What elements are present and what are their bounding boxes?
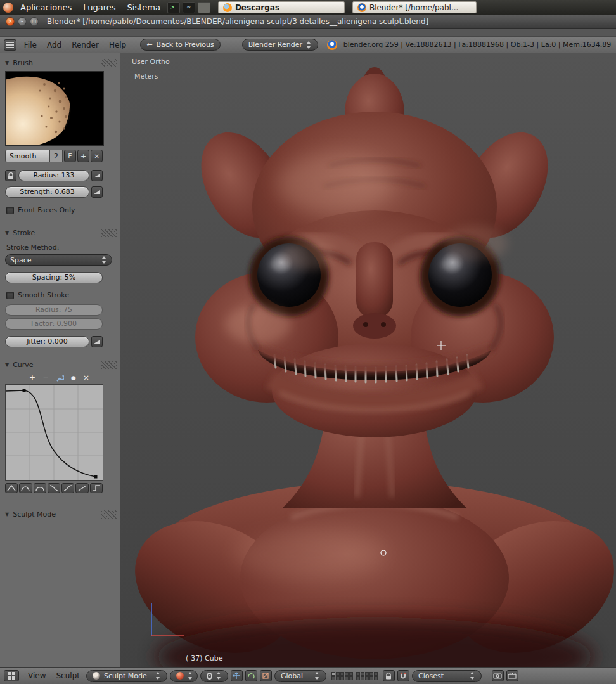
scale-box-icon [262, 672, 269, 680]
menu-aplicaciones[interactable]: Aplicaciones [16, 2, 76, 13]
curve-preset-sphere-button[interactable] [48, 483, 60, 493]
smooth-stroke-row: Smooth Stroke [6, 291, 112, 299]
clipping-circle-icon[interactable]: ● [71, 374, 76, 382]
add-brush-button[interactable]: + [77, 150, 89, 162]
brush-radius-slider[interactable]: Radius: 133 [18, 170, 89, 181]
rotate-arc-icon [247, 672, 255, 680]
manipulator-translate-toggle[interactable] [231, 670, 243, 681]
curve-toolbar: + − ● × [0, 373, 119, 383]
maximize-button[interactable]: □ [30, 17, 39, 26]
stroke-method-label: Stroke Method: [6, 243, 112, 252]
menu-sculpt[interactable]: Sculpt [52, 671, 83, 680]
fake-user-button[interactable]: F [64, 150, 76, 162]
radius-pressure-button[interactable] [91, 170, 103, 181]
close-button[interactable]: × [6, 17, 15, 26]
menu-lugares[interactable]: Lugares [79, 2, 120, 13]
blender-logo-icon [327, 40, 337, 50]
dropdown-arrows-icon [216, 671, 222, 680]
curve-preset-root-button[interactable] [61, 483, 74, 493]
spacing-row: Spacing: 5% [5, 272, 103, 283]
render-engine-value: Blender Render [248, 41, 302, 49]
window-top-strip [0, 29, 616, 37]
viewport-3d[interactable]: User Ortho Meters (-37) Cube [120, 53, 616, 668]
menu-view[interactable]: View [24, 671, 49, 680]
render-engine-select[interactable]: Blender Render [242, 39, 318, 51]
curve-preset-linear-button[interactable] [75, 483, 88, 493]
panel-grip-icon[interactable] [101, 59, 117, 67]
back-to-previous-button[interactable]: ← Back to Previous [140, 39, 220, 51]
menu-sistema[interactable]: Sistema [123, 2, 165, 13]
curve-preset-smooth-button[interactable] [19, 483, 32, 493]
opengl-anim-render-button[interactable] [506, 670, 518, 681]
panel-grip-icon[interactable] [101, 361, 117, 369]
minimize-button[interactable]: – [18, 17, 27, 26]
zoom-in-icon[interactable]: + [29, 374, 35, 382]
zoom-out-icon[interactable]: − [42, 374, 49, 382]
distro-logo-icon[interactable] [3, 3, 13, 13]
spacing-slider[interactable]: Spacing: 5% [5, 272, 103, 283]
taskbar-item-blender[interactable]: Blender* [/home/pabl... [352, 1, 477, 13]
brush-name-field[interactable]: Smooth [5, 150, 50, 162]
unlink-brush-button[interactable]: × [91, 150, 103, 162]
curve-presets-row [5, 483, 103, 493]
layers-widget[interactable] [331, 672, 378, 680]
axis-gizmo [145, 602, 187, 641]
layer-block-left[interactable] [331, 672, 353, 680]
menu-help[interactable]: Help [104, 41, 131, 49]
strength-pressure-button[interactable] [91, 186, 103, 198]
curve-preset-constant-button[interactable] [90, 483, 103, 493]
curve-widget[interactable] [5, 384, 103, 481]
layer-block-right[interactable] [356, 672, 378, 680]
terminal-tray-icon[interactable]: >_ [167, 2, 180, 13]
taskbar-item-descargas[interactable]: Descargas [218, 1, 345, 13]
delete-point-icon[interactable]: × [83, 374, 89, 382]
jitter-slider[interactable]: Jitter: 0.000 [5, 336, 89, 347]
snap-target-select[interactable]: Closest [412, 670, 482, 682]
blender-task-icon [357, 3, 366, 12]
front-faces-checkbox[interactable] [6, 207, 14, 214]
curve-preset-max-button[interactable] [34, 483, 46, 493]
stroke-method-select[interactable]: Space [5, 254, 112, 266]
panel-title: Curve [13, 361, 33, 369]
monitor-tray-icon[interactable]: ~ [183, 2, 195, 13]
shading-sphere-icon [176, 672, 184, 680]
stroke-radius-slider[interactable]: Radius: 75 [5, 304, 103, 316]
transform-orientation-select[interactable]: Global [274, 670, 326, 682]
curve-preset-sharp-button[interactable] [5, 483, 18, 493]
lock-to-scene-toggle[interactable] [383, 670, 395, 681]
menu-add[interactable]: Add [42, 41, 67, 49]
editor-type-button[interactable] [4, 39, 16, 51]
mode-select[interactable]: Sculpt Mode [86, 670, 167, 682]
orientation-value: Global [281, 672, 303, 680]
panel-header-sculpt-mode[interactable]: ▼ Sculpt Mode [0, 507, 119, 521]
viewport-shading-select[interactable] [170, 670, 198, 682]
brush-strength-slider[interactable]: Strength: 0.683 [5, 186, 89, 198]
screenshot-tray-icon[interactable] [198, 2, 210, 13]
opengl-render-button[interactable] [492, 670, 504, 681]
sculpted-alien-model[interactable] [120, 53, 616, 668]
panel-header-stroke[interactable]: ▼ Stroke [0, 226, 119, 240]
manipulator-scale-toggle[interactable] [260, 670, 272, 681]
window-titlebar[interactable]: × – □ Blender* [/home/pablo/Documentos/B… [0, 15, 616, 29]
panel-grip-icon[interactable] [101, 510, 117, 519]
brush-users-count[interactable]: 2 [50, 150, 63, 162]
panel-header-brush[interactable]: ▼ Brush [0, 56, 119, 70]
brush-preview-image[interactable] [5, 71, 104, 146]
snap-toggle[interactable] [397, 670, 409, 681]
panel-title: Sculpt Mode [13, 510, 56, 519]
panel-header-curve[interactable]: ▼ Curve [0, 358, 119, 371]
jitter-pressure-button[interactable] [91, 336, 103, 347]
tools-wrench-icon[interactable] [56, 374, 64, 382]
unified-size-lock-button[interactable] [5, 170, 16, 181]
smooth-stroke-checkbox[interactable] [6, 292, 14, 299]
menu-render[interactable]: Render [67, 41, 104, 49]
panel-grip-icon[interactable] [101, 229, 117, 237]
pivot-center-select[interactable] [200, 670, 228, 682]
menu-file[interactable]: File [19, 41, 42, 49]
dropdown-arrows-icon [188, 671, 193, 680]
stroke-factor-slider[interactable]: Factor: 0.900 [5, 318, 103, 330]
manipulator-rotate-toggle[interactable] [245, 670, 257, 681]
camera-icon [493, 673, 502, 679]
editor-type-button[interactable] [4, 670, 19, 681]
jitter-row: Jitter: 0.000 [5, 336, 103, 347]
